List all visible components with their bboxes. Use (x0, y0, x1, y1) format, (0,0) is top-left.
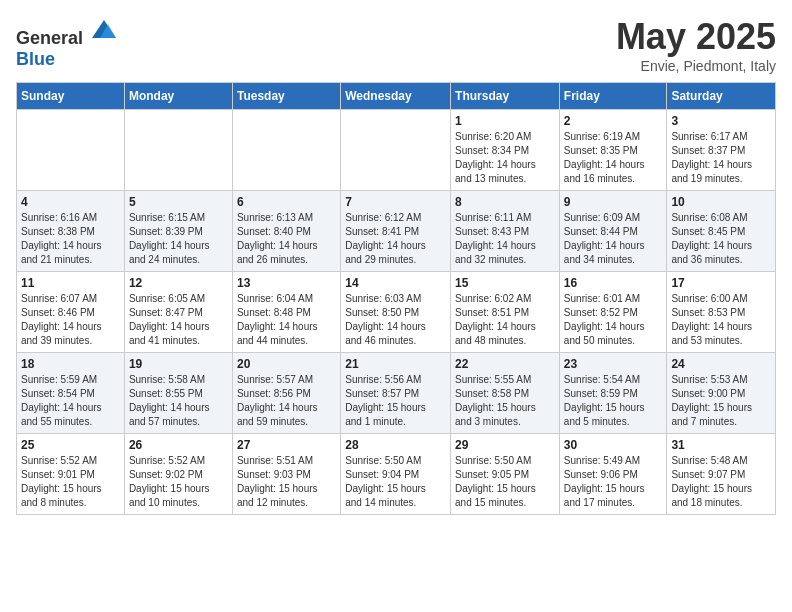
day-info: Sunrise: 6:02 AM Sunset: 8:51 PM Dayligh… (455, 292, 555, 348)
calendar-cell: 1Sunrise: 6:20 AM Sunset: 8:34 PM Daylig… (451, 110, 560, 191)
calendar-cell: 6Sunrise: 6:13 AM Sunset: 8:40 PM Daylig… (232, 191, 340, 272)
day-info: Sunrise: 5:55 AM Sunset: 8:58 PM Dayligh… (455, 373, 555, 429)
weekday-header: Friday (559, 83, 667, 110)
day-number: 12 (129, 276, 228, 290)
day-number: 28 (345, 438, 446, 452)
day-number: 1 (455, 114, 555, 128)
month-title: May 2025 (616, 16, 776, 58)
day-info: Sunrise: 5:52 AM Sunset: 9:01 PM Dayligh… (21, 454, 120, 510)
day-info: Sunrise: 6:19 AM Sunset: 8:35 PM Dayligh… (564, 130, 663, 186)
calendar-cell: 24Sunrise: 5:53 AM Sunset: 9:00 PM Dayli… (667, 353, 776, 434)
day-number: 13 (237, 276, 336, 290)
calendar-cell: 21Sunrise: 5:56 AM Sunset: 8:57 PM Dayli… (341, 353, 451, 434)
calendar-cell: 28Sunrise: 5:50 AM Sunset: 9:04 PM Dayli… (341, 434, 451, 515)
calendar-cell: 23Sunrise: 5:54 AM Sunset: 8:59 PM Dayli… (559, 353, 667, 434)
day-number: 6 (237, 195, 336, 209)
day-info: Sunrise: 6:07 AM Sunset: 8:46 PM Dayligh… (21, 292, 120, 348)
day-number: 31 (671, 438, 771, 452)
calendar-cell: 17Sunrise: 6:00 AM Sunset: 8:53 PM Dayli… (667, 272, 776, 353)
day-number: 7 (345, 195, 446, 209)
calendar-cell (124, 110, 232, 191)
calendar-cell: 4Sunrise: 6:16 AM Sunset: 8:38 PM Daylig… (17, 191, 125, 272)
day-info: Sunrise: 5:49 AM Sunset: 9:06 PM Dayligh… (564, 454, 663, 510)
weekday-header: Tuesday (232, 83, 340, 110)
logo-general: General (16, 28, 83, 48)
day-number: 20 (237, 357, 336, 371)
calendar-week-row: 1Sunrise: 6:20 AM Sunset: 8:34 PM Daylig… (17, 110, 776, 191)
day-number: 2 (564, 114, 663, 128)
calendar-cell: 13Sunrise: 6:04 AM Sunset: 8:48 PM Dayli… (232, 272, 340, 353)
day-info: Sunrise: 6:08 AM Sunset: 8:45 PM Dayligh… (671, 211, 771, 267)
calendar-cell (17, 110, 125, 191)
day-info: Sunrise: 6:15 AM Sunset: 8:39 PM Dayligh… (129, 211, 228, 267)
day-number: 27 (237, 438, 336, 452)
calendar-table: SundayMondayTuesdayWednesdayThursdayFrid… (16, 82, 776, 515)
calendar-cell: 8Sunrise: 6:11 AM Sunset: 8:43 PM Daylig… (451, 191, 560, 272)
calendar-cell: 27Sunrise: 5:51 AM Sunset: 9:03 PM Dayli… (232, 434, 340, 515)
weekday-header: Saturday (667, 83, 776, 110)
day-info: Sunrise: 6:12 AM Sunset: 8:41 PM Dayligh… (345, 211, 446, 267)
day-number: 5 (129, 195, 228, 209)
day-number: 14 (345, 276, 446, 290)
calendar-cell: 30Sunrise: 5:49 AM Sunset: 9:06 PM Dayli… (559, 434, 667, 515)
calendar-cell: 7Sunrise: 6:12 AM Sunset: 8:41 PM Daylig… (341, 191, 451, 272)
day-number: 25 (21, 438, 120, 452)
day-number: 23 (564, 357, 663, 371)
calendar-cell: 16Sunrise: 6:01 AM Sunset: 8:52 PM Dayli… (559, 272, 667, 353)
page-header: General Blue May 2025 Envie, Piedmont, I… (16, 16, 776, 74)
day-number: 24 (671, 357, 771, 371)
day-number: 26 (129, 438, 228, 452)
calendar-cell: 20Sunrise: 5:57 AM Sunset: 8:56 PM Dayli… (232, 353, 340, 434)
calendar-cell: 19Sunrise: 5:58 AM Sunset: 8:55 PM Dayli… (124, 353, 232, 434)
logo-blue: Blue (16, 49, 55, 69)
day-info: Sunrise: 5:59 AM Sunset: 8:54 PM Dayligh… (21, 373, 120, 429)
calendar-cell: 25Sunrise: 5:52 AM Sunset: 9:01 PM Dayli… (17, 434, 125, 515)
calendar-cell: 31Sunrise: 5:48 AM Sunset: 9:07 PM Dayli… (667, 434, 776, 515)
calendar-cell (341, 110, 451, 191)
calendar-cell: 29Sunrise: 5:50 AM Sunset: 9:05 PM Dayli… (451, 434, 560, 515)
day-number: 4 (21, 195, 120, 209)
title-block: May 2025 Envie, Piedmont, Italy (616, 16, 776, 74)
calendar-cell: 22Sunrise: 5:55 AM Sunset: 8:58 PM Dayli… (451, 353, 560, 434)
calendar-cell: 14Sunrise: 6:03 AM Sunset: 8:50 PM Dayli… (341, 272, 451, 353)
location-subtitle: Envie, Piedmont, Italy (616, 58, 776, 74)
calendar-week-row: 25Sunrise: 5:52 AM Sunset: 9:01 PM Dayli… (17, 434, 776, 515)
day-number: 18 (21, 357, 120, 371)
day-info: Sunrise: 6:11 AM Sunset: 8:43 PM Dayligh… (455, 211, 555, 267)
day-info: Sunrise: 6:00 AM Sunset: 8:53 PM Dayligh… (671, 292, 771, 348)
day-info: Sunrise: 6:17 AM Sunset: 8:37 PM Dayligh… (671, 130, 771, 186)
day-info: Sunrise: 6:04 AM Sunset: 8:48 PM Dayligh… (237, 292, 336, 348)
day-number: 3 (671, 114, 771, 128)
calendar-cell: 12Sunrise: 6:05 AM Sunset: 8:47 PM Dayli… (124, 272, 232, 353)
day-info: Sunrise: 5:52 AM Sunset: 9:02 PM Dayligh… (129, 454, 228, 510)
day-number: 30 (564, 438, 663, 452)
day-number: 9 (564, 195, 663, 209)
calendar-cell: 26Sunrise: 5:52 AM Sunset: 9:02 PM Dayli… (124, 434, 232, 515)
day-number: 17 (671, 276, 771, 290)
day-info: Sunrise: 5:58 AM Sunset: 8:55 PM Dayligh… (129, 373, 228, 429)
day-info: Sunrise: 5:50 AM Sunset: 9:04 PM Dayligh… (345, 454, 446, 510)
day-info: Sunrise: 6:16 AM Sunset: 8:38 PM Dayligh… (21, 211, 120, 267)
calendar-cell (232, 110, 340, 191)
day-info: Sunrise: 6:09 AM Sunset: 8:44 PM Dayligh… (564, 211, 663, 267)
day-number: 29 (455, 438, 555, 452)
calendar-cell: 5Sunrise: 6:15 AM Sunset: 8:39 PM Daylig… (124, 191, 232, 272)
logo-icon (90, 16, 118, 44)
day-number: 11 (21, 276, 120, 290)
day-number: 21 (345, 357, 446, 371)
calendar-cell: 2Sunrise: 6:19 AM Sunset: 8:35 PM Daylig… (559, 110, 667, 191)
day-info: Sunrise: 5:48 AM Sunset: 9:07 PM Dayligh… (671, 454, 771, 510)
day-info: Sunrise: 5:54 AM Sunset: 8:59 PM Dayligh… (564, 373, 663, 429)
calendar-cell: 9Sunrise: 6:09 AM Sunset: 8:44 PM Daylig… (559, 191, 667, 272)
day-info: Sunrise: 6:20 AM Sunset: 8:34 PM Dayligh… (455, 130, 555, 186)
day-info: Sunrise: 5:56 AM Sunset: 8:57 PM Dayligh… (345, 373, 446, 429)
day-number: 10 (671, 195, 771, 209)
weekday-header-row: SundayMondayTuesdayWednesdayThursdayFrid… (17, 83, 776, 110)
day-number: 16 (564, 276, 663, 290)
day-info: Sunrise: 5:50 AM Sunset: 9:05 PM Dayligh… (455, 454, 555, 510)
day-info: Sunrise: 5:57 AM Sunset: 8:56 PM Dayligh… (237, 373, 336, 429)
calendar-cell: 10Sunrise: 6:08 AM Sunset: 8:45 PM Dayli… (667, 191, 776, 272)
day-info: Sunrise: 6:03 AM Sunset: 8:50 PM Dayligh… (345, 292, 446, 348)
day-number: 15 (455, 276, 555, 290)
weekday-header: Wednesday (341, 83, 451, 110)
